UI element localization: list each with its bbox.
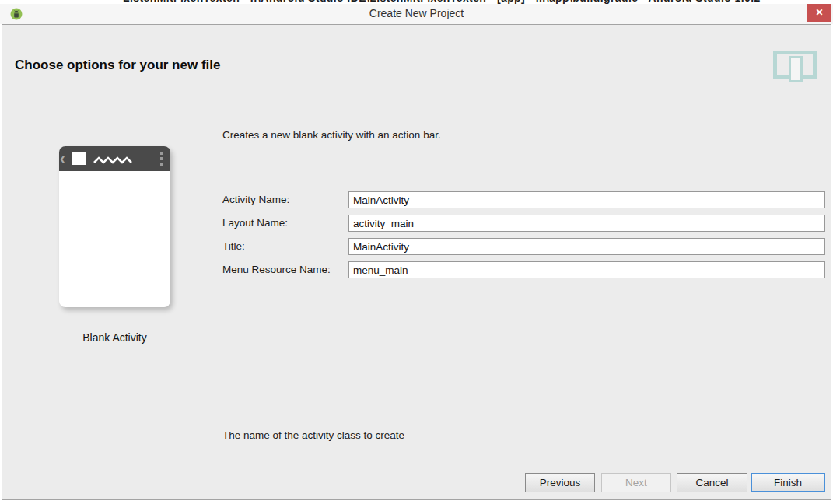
cancel-button[interactable]: Cancel bbox=[677, 473, 747, 492]
close-button[interactable]: ✕ bbox=[807, 4, 831, 22]
layout-name-input[interactable] bbox=[348, 215, 825, 232]
template-description: Creates a new blank activity with an act… bbox=[222, 129, 441, 141]
template-name-label: Blank Activity bbox=[40, 331, 190, 344]
dialog-body: Choose options for your new file ‹ Blank… bbox=[2, 24, 831, 500]
dialog-title: Create New Project bbox=[0, 7, 833, 19]
overflow-menu-icon bbox=[160, 152, 163, 168]
app-icon-placeholder bbox=[72, 152, 86, 165]
back-chevron-icon: ‹ bbox=[60, 149, 65, 167]
next-button: Next bbox=[601, 473, 671, 492]
hint-divider bbox=[216, 422, 826, 422]
dialog-titlebar: Create New Project ✕ bbox=[0, 4, 833, 24]
preview-action-bar: ‹ bbox=[59, 146, 170, 171]
finish-button[interactable]: Finish bbox=[751, 473, 825, 492]
layout-name-label: Layout Name: bbox=[222, 215, 288, 232]
phone-icon bbox=[789, 56, 803, 82]
title-label: Title: bbox=[222, 238, 245, 255]
title-input[interactable] bbox=[348, 238, 825, 255]
previous-button[interactable]: Previous bbox=[525, 473, 595, 492]
activity-preview-card: ‹ bbox=[59, 146, 170, 307]
activity-name-label: Activity Name: bbox=[222, 191, 289, 208]
menu-resource-name-input[interactable] bbox=[348, 261, 825, 278]
menu-resource-name-label: Menu Resource Name: bbox=[222, 261, 331, 278]
page-title: Choose options for your new file bbox=[15, 58, 220, 73]
activity-name-input[interactable] bbox=[348, 191, 825, 208]
field-hint-text: The name of the activity class to create bbox=[222, 429, 404, 441]
title-placeholder-wave bbox=[93, 154, 135, 168]
